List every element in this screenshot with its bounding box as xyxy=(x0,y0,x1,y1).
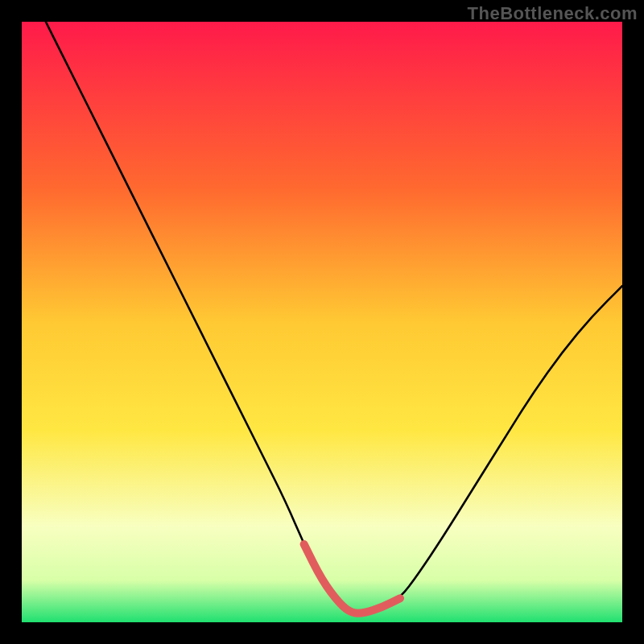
chart-svg xyxy=(22,22,622,622)
plot-area xyxy=(22,22,622,622)
watermark-text: TheBottleneck.com xyxy=(468,3,638,24)
chart-frame: TheBottleneck.com xyxy=(0,0,644,644)
gradient-background xyxy=(22,22,622,622)
